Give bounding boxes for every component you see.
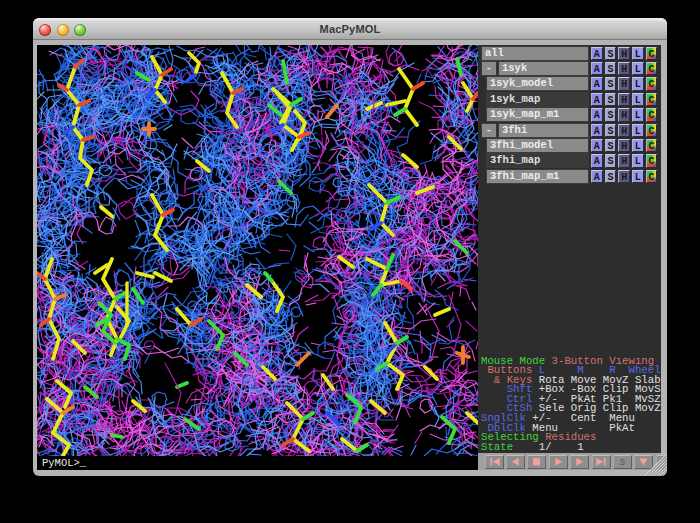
svg-text:S: S bbox=[620, 458, 625, 468]
